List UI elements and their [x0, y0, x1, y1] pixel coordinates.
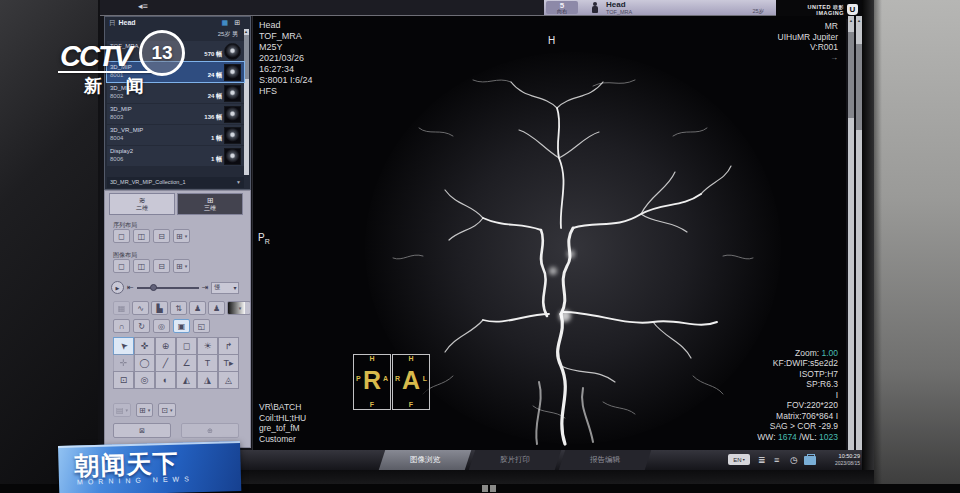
histogram-icon[interactable]: ▙ [151, 301, 168, 315]
preset-2-icon[interactable]: ⊞▾ [136, 403, 153, 417]
layout-1x1-icon[interactable]: ◻ [113, 229, 130, 243]
sort-icon[interactable]: ⇅ [170, 301, 187, 315]
step-forward-icon[interactable]: ⇥ [202, 283, 209, 292]
hook-tool-icon[interactable]: ∩ [113, 319, 130, 333]
logo-underline [58, 71, 152, 73]
capture-button[interactable]: ⊠ [113, 423, 171, 438]
preset-combos: ▤▾⊞▾⊡▾ [113, 403, 176, 417]
taskbar-tab-report-edit[interactable]: 报告编辑 [559, 450, 651, 470]
chevron-down-icon: ▾ [233, 284, 236, 291]
cine-slider[interactable] [137, 283, 199, 292]
preset-1-icon[interactable]: ▤▾ [113, 403, 131, 417]
sidebar-title: 日Head [109, 19, 136, 28]
monitor-stand-light [482, 485, 488, 492]
queue-icon[interactable]: ≡ [774, 455, 779, 465]
system-clock: 10:50:29 2023/08/15 [820, 453, 860, 466]
series-thumbnail [224, 127, 241, 144]
flip-horizontal-icon[interactable]: ◭ [176, 371, 197, 389]
thumbnail-view-icon[interactable]: ▦ [113, 301, 130, 315]
speed-dropdown[interactable]: 慢 ▾ [211, 282, 239, 294]
layout-1x1-icon[interactable]: ◻ [113, 259, 130, 273]
layout-grid-icon[interactable]: ⊞▾ [173, 229, 190, 243]
language-indicator[interactable]: EN▾ [728, 454, 750, 465]
task-list-icon[interactable]: ≣ [758, 455, 766, 465]
badge-label: 向右 [557, 9, 567, 14]
filter-down-icon[interactable]: ▼ [236, 177, 241, 188]
series-item[interactable]: Display280061 幅 [107, 146, 244, 166]
grid-view-icon[interactable]: ▦ [221, 19, 228, 27]
preset-3-icon[interactable]: ⊡▾ [158, 403, 175, 417]
layout-count-badge[interactable]: 5 向右 [546, 1, 578, 14]
layout-2x1-icon[interactable]: ⊟ [153, 259, 170, 273]
menu-icon[interactable]: ◂≡ [138, 1, 148, 11]
tab-3d[interactable]: ⊞ 三维 [177, 193, 243, 215]
add-button[interactable]: ⊕ [181, 423, 239, 438]
time: 10:50:29 [820, 453, 860, 460]
magnifier-icon[interactable]: ◎ [134, 371, 155, 389]
tv-frame: ◂≡ 5 向右 Head TOF_MRA 25岁 UNITED 联影 IMAGI… [0, 0, 960, 493]
orientation-cube-r: H F P A R [353, 354, 391, 410]
taskbar-tab-film-print[interactable]: 胶片打印 [469, 450, 561, 470]
text-annotation-icon[interactable]: T [197, 354, 218, 372]
text-arrow-icon[interactable]: T▸ [218, 354, 239, 372]
news-banner: 朝闻天下 MORNING NEWS [58, 441, 241, 493]
annotation-line: VR\BATCH [259, 402, 306, 413]
clock-icon[interactable]: ◷ [790, 455, 798, 465]
tool-grid: ➤✜⊕◻☀↱✛◯╱∠TT▸⊡◎◐◭◮◬ [113, 337, 239, 388]
target-tool-icon[interactable]: ◎ [153, 319, 170, 333]
pan-icon[interactable]: ✜ [134, 337, 155, 355]
crosshair-icon[interactable]: ✛ [113, 354, 134, 372]
orientation-cube-a: H F R L A [392, 354, 430, 410]
annotation-line: Matrix:706*864 I [757, 411, 838, 422]
play-button[interactable]: ▶ [111, 281, 124, 294]
patient-age: 25岁 [752, 8, 764, 14]
body-back-icon[interactable]: ♟ [208, 301, 225, 315]
ellipse-icon[interactable]: ◯ [134, 354, 155, 372]
orientation-cubes: H F P A R H F R L A [353, 354, 430, 410]
magnify-region-icon[interactable]: ⊡ [113, 371, 134, 389]
annotation-line: gre_tof_fM [259, 423, 306, 434]
layout-1x2-icon[interactable]: ◫ [133, 229, 150, 243]
dicom-bottomright-annotations: Zoom: 1.00 KF:DWIF:s5e2d2ISOTP:H7SP:R6.3… [757, 348, 838, 443]
curve-icon[interactable]: ∿ [132, 301, 149, 315]
dicom-topright-annotations: MRUIHuMR JupiterV:R001 → [778, 21, 838, 63]
list-view-icon[interactable]: ⊞ [234, 19, 240, 27]
brightness-icon[interactable]: ☀ [197, 337, 218, 355]
layout-grid-icon[interactable]: ⊞▾ [173, 259, 190, 273]
rotate-icon[interactable]: ◬ [218, 371, 239, 389]
taskbar-tab-image-browse[interactable]: 图像浏览 [379, 450, 471, 470]
patient-header-tab[interactable]: 5 向右 Head TOF_MRA 25岁 [544, 0, 792, 15]
annotation-line: KF:DWIF:s5e2d2 [757, 358, 838, 369]
annotation-line: MR [778, 21, 838, 32]
cine-controls: ▶ ⇤ ⇥ 慢 ▾ [111, 281, 239, 294]
calendar-icon: 日 [109, 19, 116, 26]
cursor-icon[interactable]: ➤ [113, 337, 134, 355]
monitor-bezel-right [860, 0, 874, 480]
step-back-icon[interactable]: ⇤ [127, 283, 134, 292]
image-viewport[interactable]: HeadTOF_MRAM25Y2021/03/2616:27:34S:8001 … [252, 16, 846, 450]
toolbox-icon[interactable] [804, 456, 816, 465]
annotation-line: S:8001 I:6/24 [259, 75, 313, 86]
zoom-icon[interactable]: ⊕ [155, 337, 176, 355]
roi-box-icon[interactable]: ◻ [176, 337, 197, 355]
stack-tool-icon[interactable]: ▣ [173, 319, 190, 333]
angle-measure-icon[interactable]: ∠ [176, 354, 197, 372]
annotation-line: 16:27:34 [259, 64, 313, 75]
crop-tool-icon[interactable]: ◱ [193, 319, 210, 333]
collection-footer[interactable]: 3D_MR_VR_MIP_Collection_1 ▼ [107, 177, 244, 188]
viewport-scrollbar[interactable]: ▲ [848, 16, 854, 450]
grayscale-gradient-icon[interactable]: ▾ [227, 301, 251, 315]
window-scrollbar[interactable]: ▲ [856, 16, 862, 450]
flip-vertical-icon[interactable]: ◮ [197, 371, 218, 389]
export-icon[interactable]: ↱ [218, 337, 239, 355]
layout-2x1-icon[interactable]: ⊟ [153, 229, 170, 243]
line-measure-icon[interactable]: ╱ [155, 354, 176, 372]
contrast-icon[interactable]: ◐ [155, 371, 176, 389]
loop-tool-icon[interactable]: ↻ [133, 319, 150, 333]
slider-thumb[interactable] [150, 284, 157, 291]
body-front-icon[interactable]: ♟ [189, 301, 206, 315]
layout-1x2-icon[interactable]: ◫ [133, 259, 150, 273]
tab-2d[interactable]: ≋ 二维 [109, 193, 175, 215]
series-item[interactable]: 3D_VR_MIP80041 幅 [107, 125, 244, 145]
annotation-line: Customer [259, 434, 306, 445]
